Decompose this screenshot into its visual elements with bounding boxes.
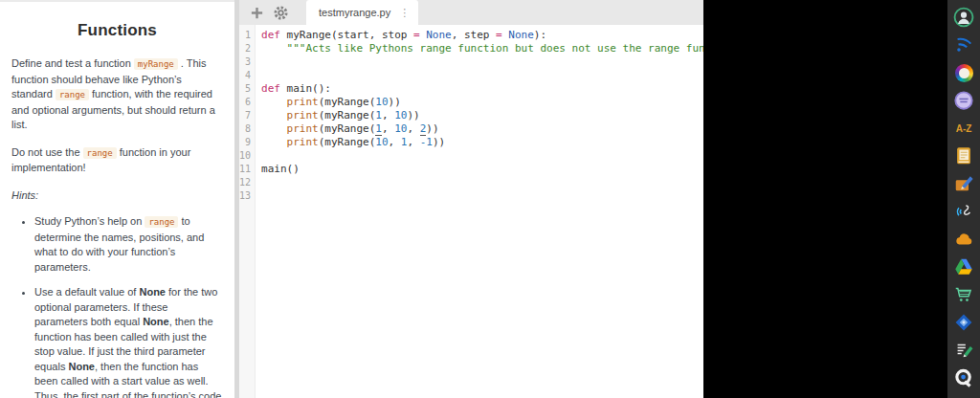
color-wheel-icon[interactable] [953,62,974,83]
signature-waves-icon[interactable] [953,201,974,222]
instructions-panel: Functions Define and test a function myR… [0,0,234,398]
line-numbers: 12345678910111213 [239,25,256,398]
code-editor: testmyrange.py ⋮ 12345678910111213 def m… [239,0,703,398]
code-lines[interactable]: def myRange(start, stop = None, step = N… [256,25,762,398]
edit-box-icon[interactable] [953,173,974,194]
tab-menu-icon[interactable]: ⋮ [399,7,410,19]
tab-label: testmyrange.py [319,7,390,18]
notebook-icon[interactable] [953,145,974,166]
hints-label: Hints: [11,188,223,204]
q-logo-icon[interactable] [953,367,974,388]
instructions-paragraph-1: Define and test a function myRange . Thi… [11,56,223,133]
hints-list: Study Python’s help on range to determin… [11,214,223,398]
wifi-signal-icon[interactable] [953,34,974,55]
hint-item-2: Use a default value of None for the two … [34,285,223,398]
blue-diamond-icon[interactable] [953,312,974,333]
hint-item-1: Study Python’s help on range to determin… [34,214,223,275]
plus-icon [250,6,264,20]
gear-icon [274,6,288,20]
az-sort-icon[interactable]: A-Z [953,118,974,139]
desktop-background [703,0,980,398]
code-area: 12345678910111213 def myRange(start, sto… [239,25,703,398]
taskbar: A-Z [947,0,980,398]
document-edit-icon[interactable] [953,340,974,361]
cloud-icon[interactable] [953,229,974,250]
add-file-button[interactable] [247,3,266,22]
purple-badge-icon[interactable] [953,90,974,111]
user-avatar-icon[interactable] [953,7,974,28]
app-root: Functions Define and test a function myR… [0,0,980,398]
shopping-cart-icon[interactable] [953,284,974,305]
tab-testmyrange[interactable]: testmyrange.py ⋮ [306,0,418,25]
drive-triangle-icon[interactable] [953,256,974,277]
page-title: Functions [11,21,223,40]
settings-button[interactable] [271,3,290,22]
instructions-paragraph-2: Do not use the range function in your im… [11,145,223,176]
editor-tab-bar: testmyrange.py ⋮ [239,0,703,25]
